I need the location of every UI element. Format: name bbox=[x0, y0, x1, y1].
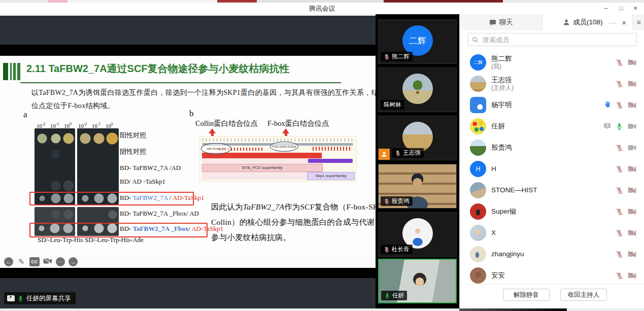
collin-binding-ellipse: collin binding site bbox=[201, 143, 231, 154]
search-icon bbox=[472, 37, 479, 43]
camera-off-icon[interactable] bbox=[43, 257, 52, 266]
fbox-binding-ellipse: F-box protein binding site bbox=[270, 142, 298, 152]
collin-site-label: Collin蛋白结合位点 bbox=[195, 119, 258, 128]
panel-menu-icon[interactable]: ≡ bbox=[632, 14, 644, 30]
video-tile[interactable]: 任妍 bbox=[378, 259, 457, 303]
member-row[interactable]: 杨宇明 bbox=[460, 94, 644, 116]
maximize-button[interactable]: □ bbox=[614, 3, 629, 14]
minimize-button[interactable]: – bbox=[598, 3, 614, 14]
panel-more-icon[interactable]: ··· bbox=[608, 19, 617, 26]
member-list: 二辉 熊二辉 (我) 王志强 (主持人) bbox=[460, 52, 644, 284]
tab-chat-label: 聊天 bbox=[499, 18, 513, 27]
mic-status-icon[interactable] bbox=[616, 165, 623, 173]
member-name-block: X bbox=[491, 222, 496, 244]
captions-icon[interactable]: CC bbox=[29, 257, 40, 266]
mic-status-icon[interactable] bbox=[616, 144, 623, 152]
member-name: 熊二辉 bbox=[491, 55, 512, 63]
mic-status-icon[interactable] bbox=[616, 187, 623, 194]
member-row[interactable]: H H bbox=[460, 158, 644, 180]
mic-status-icon[interactable] bbox=[616, 208, 623, 216]
member-role: (我) bbox=[491, 63, 512, 70]
prev-page-icon[interactable]: ← bbox=[4, 257, 13, 266]
mic-status-icon[interactable] bbox=[616, 59, 623, 66]
camera-status-icon[interactable] bbox=[628, 145, 636, 151]
video-thumbnail-strip: 二辉 熊二辉 陈树林 王志强 bbox=[376, 14, 459, 308]
tab-members-label: 成员(108) bbox=[573, 18, 603, 27]
dilution-label: 100 bbox=[64, 122, 72, 129]
unmute-button[interactable]: 解除静音 bbox=[503, 289, 550, 301]
slide-black-bar-bottom bbox=[0, 268, 376, 278]
member-row[interactable]: Super椒 bbox=[460, 201, 644, 222]
mic-status-icon bbox=[384, 293, 390, 299]
pencil-icon[interactable]: ✎ bbox=[17, 257, 26, 266]
next-page-icon[interactable]: → bbox=[69, 257, 78, 266]
dilution-label: 100 bbox=[106, 122, 113, 129]
camera-status-icon[interactable] bbox=[628, 123, 636, 129]
assay-row-label: BD- TaFBW2_7A _Fbox/ AD bbox=[120, 210, 199, 218]
member-name-block: H bbox=[491, 158, 496, 180]
avatar: 二辉 bbox=[402, 25, 433, 56]
member-row[interactable]: 任妍 bbox=[460, 116, 644, 137]
avatar bbox=[470, 76, 486, 92]
participant-name-badge: 王志强 bbox=[392, 148, 424, 158]
camera-status-icon[interactable] bbox=[628, 230, 636, 236]
panel-close-icon[interactable]: × bbox=[622, 18, 626, 27]
mic-status-icon[interactable] bbox=[616, 229, 623, 237]
participant-name-badge: 任妍 bbox=[381, 291, 407, 300]
camera-status-icon[interactable] bbox=[628, 187, 636, 193]
camera-status-icon[interactable] bbox=[628, 59, 636, 65]
member-name: 殷贵鸿 bbox=[491, 144, 512, 152]
more-icon[interactable]: ··· bbox=[56, 257, 65, 266]
avatar: 二辉 bbox=[470, 54, 486, 71]
chat-bubble-icon bbox=[489, 19, 496, 26]
tab-members[interactable]: 成员(108) ··· × bbox=[543, 14, 632, 30]
participant-name: 任妍 bbox=[392, 292, 404, 299]
panel-b-label: b bbox=[189, 109, 194, 119]
avatar bbox=[402, 74, 433, 104]
video-tile[interactable]: 殷贵鸿 bbox=[378, 164, 457, 209]
member-row[interactable]: X bbox=[460, 222, 644, 244]
tab-chat[interactable]: 聊天 bbox=[460, 14, 543, 30]
camera-status-icon[interactable] bbox=[628, 166, 636, 172]
mic-status-icon[interactable] bbox=[616, 123, 623, 130]
video-tile[interactable]: 王志强 bbox=[378, 116, 457, 160]
highlight-box-row5 bbox=[29, 192, 194, 205]
camera-status-icon[interactable] bbox=[628, 251, 636, 257]
mic-status-icon[interactable] bbox=[616, 80, 623, 88]
member-row[interactable]: 王志强 (主持人) bbox=[460, 73, 644, 94]
member-name: zhangjinyu bbox=[491, 250, 524, 258]
member-row[interactable]: STONE—HIST bbox=[460, 180, 644, 201]
close-button[interactable]: × bbox=[628, 3, 643, 14]
member-name-block: 王志强 (主持人) bbox=[491, 73, 514, 94]
member-row[interactable]: 安安 bbox=[460, 265, 644, 284]
share-letterbox-bottom: 任妍的屏幕共享 bbox=[0, 278, 376, 308]
mic-status-icon[interactable] bbox=[616, 101, 623, 109]
member-search[interactable] bbox=[467, 33, 637, 46]
conclusion-line1: 因此认为TaFBW2_7A作为SCF复合物（F-box-SKP1- bbox=[211, 202, 376, 213]
camera-status-icon[interactable] bbox=[628, 272, 636, 279]
camera-status-icon[interactable] bbox=[628, 81, 636, 87]
member-name: 杨宇明 bbox=[491, 101, 512, 109]
reclaim-host-button[interactable]: 收回主持人 bbox=[560, 289, 607, 301]
sharing-screen-icon bbox=[603, 122, 611, 131]
member-row[interactable]: 二辉 熊二辉 (我) bbox=[460, 52, 644, 73]
search-input[interactable] bbox=[482, 36, 632, 44]
participant-name-badge: 杜长青 bbox=[381, 245, 413, 254]
avatar bbox=[470, 182, 486, 198]
video-tile[interactable]: 陈树林 bbox=[378, 67, 457, 112]
media-label: SD/-Leu-Trp-His SD/-Leu-Trp-His-Ade bbox=[38, 236, 144, 244]
presentation-slide: 2.11 TaFBW2_7A通过SCF复合物途径参与小麦纹枯病抗性 以TaFBW… bbox=[0, 56, 376, 256]
mic-status-icon bbox=[384, 54, 390, 60]
screen-share-area: 2.11 TaFBW2_7A通过SCF复合物途径参与小麦纹枯病抗性 以TaFBW… bbox=[0, 14, 376, 308]
video-tile[interactable]: 二辉 熊二辉 bbox=[378, 19, 457, 64]
presenter-mic-icon bbox=[17, 295, 24, 302]
member-row[interactable]: zhangjinyu bbox=[460, 244, 644, 265]
mic-status-icon[interactable] bbox=[616, 251, 623, 258]
camera-status-icon[interactable] bbox=[628, 102, 636, 108]
annotation-toolbar: ← ✎ CC ··· → bbox=[0, 256, 376, 268]
member-row[interactable]: 殷贵鸿 bbox=[460, 137, 644, 158]
mic-status-icon[interactable] bbox=[616, 272, 623, 280]
camera-status-icon[interactable] bbox=[628, 209, 636, 215]
video-tile[interactable]: 杜长青 bbox=[378, 212, 457, 257]
member-name: H bbox=[491, 165, 496, 173]
